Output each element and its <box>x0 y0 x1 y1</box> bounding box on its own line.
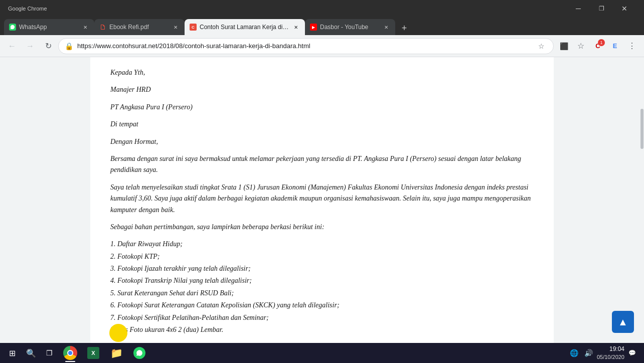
tab-surat-close[interactable]: ✕ <box>292 23 300 31</box>
list-item: 7. Fotokopi Sertifikat Pelatihan-Pelatih… <box>110 312 534 323</box>
start-button[interactable]: ⊞ <box>2 343 22 363</box>
pdf-favicon-icon <box>99 24 106 31</box>
tab-youtube-title: Dasbor - YouTube <box>320 24 379 31</box>
up-arrow-icon: ▲ <box>618 316 628 328</box>
lock-icon: 🔒 <box>65 42 73 50</box>
taskbar-chrome[interactable] <box>59 343 81 363</box>
clock[interactable]: 19:04 05/10/2020 <box>597 345 624 360</box>
scroll-track <box>640 0 644 363</box>
menu-icon: ⋮ <box>628 41 636 51</box>
time-display: 19:04 <box>597 345 624 353</box>
tab-ebook[interactable]: Ebook Refi.pdf ✕ <box>94 19 185 35</box>
tab-ebook-close[interactable]: ✕ <box>172 23 180 31</box>
letter-body: Kepada Yth, Manajer HRD PT Angkasa Pura … <box>110 67 534 363</box>
list-item: 5. Surat Keterangan Sehat dari RSUD Bali… <box>110 288 534 299</box>
list-item: 1. Daftar Riwayat Hidup; <box>110 239 534 250</box>
taskbar: ⊞ 🔍 ❐ X 📁 🌐 🔊 19:04 05/10/2020 <box>0 343 644 363</box>
tab-surat-title: Contoh Surat Lamaran Kerja di B... <box>200 24 289 31</box>
window-controls: ─ ❐ ✕ <box>567 0 636 17</box>
tab-whatsapp-close[interactable]: ✕ <box>81 23 89 31</box>
cursor-indicator <box>109 324 127 342</box>
taskbar-excel[interactable]: X <box>82 343 104 363</box>
go-to-top-button[interactable]: ▲ <box>612 311 634 333</box>
letter-para3-intro: Sebagai bahan pertimbangan, saya lampirk… <box>110 222 534 233</box>
letter-to-name: Manajer HRD <box>110 84 534 95</box>
back-icon: ← <box>8 42 16 51</box>
list-item: 4. Fotokopi Transkrip Nilai yang telah d… <box>110 275 534 286</box>
bookmark-button[interactable]: ☆ <box>535 40 547 52</box>
whatsapp-taskbar-icon <box>133 347 145 359</box>
tab-youtube[interactable]: ▶ Dasbor - YouTube ✕ <box>305 19 395 35</box>
minimize-button[interactable]: ─ <box>567 0 590 17</box>
window-title: Google Chrome <box>8 6 47 12</box>
taskbar-search-button[interactable]: 🔍 <box>23 343 39 363</box>
taskbar-whatsapp[interactable] <box>128 343 150 363</box>
tab-whatsapp[interactable]: WhatsApp ✕ <box>4 19 94 35</box>
toolbar-right: ⬛ ☆ C 1 E ⋮ <box>556 38 640 54</box>
address-bar-actions: ☆ <box>535 40 547 52</box>
url-text: https://www.contohsurat.net/2018/08/cont… <box>77 42 531 50</box>
chrome-icon <box>63 346 77 360</box>
letter-list: 1. Daftar Riwayat Hidup;2. Fotokopi KTP;… <box>110 239 534 335</box>
star-icon: ☆ <box>577 41 584 51</box>
chrome-inner <box>67 350 73 356</box>
new-tab-button[interactable]: + <box>397 21 411 35</box>
scroll-thumb[interactable] <box>640 109 643 149</box>
tab-surat[interactable]: C Contoh Surat Lamaran Kerja di B... ✕ <box>185 19 305 35</box>
task-view-icon: ❐ <box>46 349 53 357</box>
toolbar: ← → ↻ 🔒 https://www.contohsurat.net/2018… <box>0 35 644 57</box>
system-tray: 🌐 🔊 <box>568 347 595 359</box>
extension-badge: 1 <box>598 39 605 46</box>
notification-icon[interactable]: 💬 <box>626 347 638 358</box>
taskbar-right: 🌐 🔊 19:04 05/10/2020 💬 <box>568 345 642 360</box>
letter-para1: Bersama dengan surat ini saya bermaksud … <box>110 153 534 176</box>
windows-icon: ⊞ <box>9 348 16 358</box>
tab-whatsapp-title: WhatsApp <box>19 24 78 31</box>
restore-button[interactable]: ❐ <box>590 0 613 17</box>
taskbar-explorer[interactable]: 📁 <box>105 343 127 363</box>
tab-youtube-close[interactable]: ✕ <box>382 23 390 31</box>
letter-para2: Saya telah menyelesaikan studi tingkat S… <box>110 182 534 216</box>
close-button[interactable]: ✕ <box>613 0 636 17</box>
menu-button[interactable]: ⋮ <box>624 38 640 54</box>
date-display: 05/10/2020 <box>597 353 624 360</box>
list-item: 8. Pas Foto ukuran 4x6 2 (dua) Lembar. <box>110 324 534 335</box>
search-icon: 🔍 <box>26 348 36 358</box>
extension-button[interactable]: C 1 <box>590 38 606 54</box>
list-item: 3. Fotokopi Ijazah terakhir yang telah d… <box>110 263 534 274</box>
star-button[interactable]: ☆ <box>573 38 589 54</box>
letter-location: Di tempat <box>110 119 534 130</box>
ext2-button[interactable]: E <box>607 38 623 54</box>
letter-to: Kepada Yth, <box>110 67 534 78</box>
letter-greeting: Dengan Hormat, <box>110 136 534 147</box>
title-bar: Google Chrome ─ ❐ ✕ <box>0 0 644 17</box>
screenshot-button[interactable]: ⬛ <box>556 38 572 54</box>
youtube-favicon-icon: ▶ <box>310 24 317 31</box>
list-item: 6. Fotokopi Surat Keterangan Catatan Kep… <box>110 300 534 311</box>
list-item: 2. Fotokopi KTP; <box>110 251 534 262</box>
forward-icon: → <box>26 42 34 51</box>
task-view-button[interactable]: ❐ <box>40 343 58 363</box>
refresh-icon: ↻ <box>45 41 52 51</box>
page-content: Kepada Yth, Manajer HRD PT Angkasa Pura … <box>90 57 554 363</box>
whatsapp-favicon-icon <box>9 24 16 31</box>
excel-icon: X <box>87 347 99 359</box>
tab-ebook-title: Ebook Refi.pdf <box>109 24 169 31</box>
letter-company: PT Angkasa Pura I (Persero) <box>110 102 534 113</box>
forward-button[interactable]: → <box>22 38 38 54</box>
volume-icon[interactable]: 🔊 <box>582 347 595 359</box>
web-favicon-icon: C <box>190 24 197 31</box>
back-button[interactable]: ← <box>4 38 20 54</box>
address-bar[interactable]: 🔒 https://www.contohsurat.net/2018/08/co… <box>58 38 554 54</box>
ext2-icon: E <box>613 42 617 50</box>
screenshot-icon: ⬛ <box>560 42 568 50</box>
network-icon[interactable]: 🌐 <box>568 347 580 359</box>
explorer-icon: 📁 <box>110 347 122 359</box>
refresh-button[interactable]: ↻ <box>40 38 56 54</box>
left-margin <box>0 57 90 363</box>
tabs-bar: WhatsApp ✕ Ebook Refi.pdf ✕ C Contoh Sur… <box>0 17 644 35</box>
content-area: Kepada Yth, Manajer HRD PT Angkasa Pura … <box>0 57 644 363</box>
